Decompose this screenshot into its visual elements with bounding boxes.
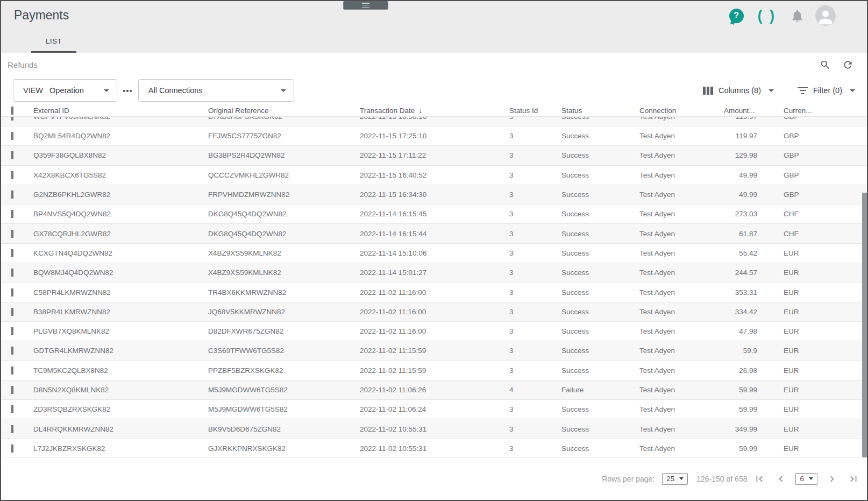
help-button[interactable]: ? bbox=[729, 9, 744, 23]
select-all-checkbox[interactable] bbox=[11, 107, 13, 115]
table-row[interactable]: BQW8MJ4Q4DQ2WN82 X4BZ9XS59KMLNK82 2022-1… bbox=[1, 263, 867, 283]
row-checkbox[interactable] bbox=[11, 347, 13, 355]
row-checkbox[interactable] bbox=[11, 230, 13, 238]
filter-toolbar: VIEW Operation ••• All Connections Colum… bbox=[1, 76, 867, 104]
tab-list[interactable]: LIST bbox=[31, 29, 76, 53]
cell-currency: CHF bbox=[758, 210, 867, 218]
cell-external-id: L7J2JKBZRXSKGK82 bbox=[31, 444, 206, 453]
columns-label: Columns (8) bbox=[718, 86, 761, 95]
column-header-original-reference[interactable]: Original Reference bbox=[206, 107, 358, 115]
notifications-button[interactable] bbox=[790, 9, 805, 23]
search-button[interactable] bbox=[817, 57, 833, 72]
columns-button[interactable]: Columns (8) bbox=[703, 86, 774, 95]
cell-external-id: BQW8MJ4Q4DQ2WN82 bbox=[31, 269, 206, 277]
refresh-button[interactable] bbox=[840, 57, 855, 72]
row-checkbox[interactable] bbox=[11, 210, 13, 218]
row-checkbox[interactable] bbox=[11, 151, 13, 159]
table-row[interactable]: ZD3RSQBZRXSKGK82 M5J9MGDWW6TG5S82 2022-1… bbox=[1, 400, 867, 419]
table-row[interactable]: B38PR4LKMRWZNN82 JQ68V5KKMRWZNN82 2022-1… bbox=[1, 302, 867, 322]
user-avatar[interactable] bbox=[815, 5, 836, 26]
row-checkbox[interactable] bbox=[11, 425, 13, 433]
tab-active-indicator bbox=[31, 51, 76, 53]
cell-original-reference: QCCCZVMKHL2GWR82 bbox=[206, 171, 358, 179]
cell-currency: EUR bbox=[758, 308, 867, 316]
cell-status-id: 3 bbox=[507, 308, 559, 316]
table-row[interactable]: D8N5N2XQ8KMLNK82 M5J9MGDWW6TG5S82 2022-1… bbox=[1, 380, 867, 400]
cell-status-id: 3 bbox=[507, 249, 559, 257]
cell-status-id: 3 bbox=[507, 117, 559, 121]
page-select[interactable]: 6 bbox=[795, 473, 817, 485]
cell-currency: GBP bbox=[758, 132, 867, 140]
row-checkbox[interactable] bbox=[11, 117, 13, 121]
column-header-transaction-date[interactable]: Transaction Date ↓ bbox=[358, 106, 507, 115]
cell-amount: 119.97 bbox=[715, 117, 758, 121]
chevron-right-icon bbox=[826, 473, 838, 485]
row-checkbox[interactable] bbox=[11, 366, 13, 375]
row-checkbox[interactable] bbox=[11, 308, 13, 316]
cell-external-id: WGFVTFV69KMLNK82 bbox=[31, 117, 206, 121]
cell-original-reference: M5J9MGDWW6TG5S82 bbox=[206, 405, 358, 413]
row-checkbox[interactable] bbox=[11, 444, 13, 453]
table-row[interactable]: PLGVB7XQ8KMLNK82 D82DFXWR675ZGN82 2022-1… bbox=[1, 322, 867, 341]
connections-select[interactable]: All Connections bbox=[138, 79, 294, 102]
drawer-handle[interactable] bbox=[343, 1, 388, 10]
table-row[interactable]: KCXGTN4Q4DQ2WN82 X4BZ9XS59KMLNK82 2022-1… bbox=[1, 244, 867, 263]
rows-per-page-select[interactable]: 25 bbox=[662, 473, 688, 485]
table-row[interactable]: X42X8KBCX6TG5S82 QCCCZVMKHL2GWR82 2022-1… bbox=[1, 166, 867, 185]
cell-status: Success bbox=[559, 230, 637, 238]
next-page-button[interactable] bbox=[825, 472, 839, 486]
cell-connection: Test Adyen bbox=[637, 132, 715, 140]
row-checkbox[interactable] bbox=[11, 386, 13, 394]
cell-original-reference: TR4BX6KKMRWZNN82 bbox=[206, 288, 358, 297]
column-header-currency[interactable]: Curren... bbox=[758, 107, 867, 115]
cell-currency: EUR bbox=[758, 366, 867, 375]
view-select-prefix: VIEW bbox=[23, 86, 43, 95]
cell-connection: Test Adyen bbox=[637, 308, 715, 316]
chevron-down-icon bbox=[769, 89, 774, 92]
table-row[interactable]: GDTGR4LKMRWZNN82 C3S69TFWW6TG5S82 2022-1… bbox=[1, 341, 867, 361]
cell-connection: Test Adyen bbox=[637, 249, 715, 257]
table-row[interactable]: DL4RRQKKMRWZNN82 BK9V5D6D675ZGN82 2022-1… bbox=[1, 419, 867, 439]
cell-external-id: GX78CQRJHL2GWR82 bbox=[31, 230, 206, 238]
row-checkbox[interactable] bbox=[11, 190, 13, 199]
row-checkbox[interactable] bbox=[11, 132, 13, 140]
table-row[interactable]: TC9M5KC2QLBX8N82 PPZBF5BZRXSKGK82 2022-1… bbox=[1, 361, 867, 380]
previous-page-button[interactable] bbox=[774, 472, 788, 486]
column-header-amount[interactable]: Amount... bbox=[715, 107, 758, 115]
view-select[interactable]: VIEW Operation bbox=[13, 79, 117, 102]
vertical-scrollbar[interactable] bbox=[862, 193, 867, 457]
cell-connection: Test Adyen bbox=[637, 171, 715, 179]
cell-amount: 55.42 bbox=[715, 249, 758, 257]
cell-currency: EUR bbox=[758, 249, 867, 257]
last-page-button[interactable] bbox=[846, 472, 860, 486]
table-row[interactable]: G2NZB6PKHL2GWR82 FRPVHMDZMRWZNN82 2022-1… bbox=[1, 185, 867, 204]
cell-status-id: 3 bbox=[507, 171, 559, 179]
cell-external-id: D8N5N2XQ8KMLNK82 bbox=[31, 386, 206, 394]
filter-button[interactable]: Filter (0) bbox=[798, 86, 855, 95]
row-checkbox[interactable] bbox=[11, 269, 13, 277]
table-row[interactable]: Q359F38GQLBX8N82 BG38PS2R4DQ2WN82 2022-1… bbox=[1, 146, 867, 165]
more-options-button[interactable]: ••• bbox=[123, 86, 133, 95]
row-checkbox[interactable] bbox=[11, 249, 13, 257]
cell-transaction-date: 2022-11-02 10:55:31 bbox=[358, 444, 507, 453]
table-row[interactable]: C58PR4LKMRWZNN82 TR4BX6KKMRWZNN82 2022-1… bbox=[1, 283, 867, 302]
column-header-external-id[interactable]: External ID bbox=[31, 107, 206, 115]
cell-connection: Test Adyen bbox=[637, 288, 715, 297]
first-page-button[interactable] bbox=[752, 472, 766, 486]
cell-amount: 47.98 bbox=[715, 327, 758, 335]
table-row[interactable]: L7J2JKBZRXSKGK82 GJXRKKPNRXSKGK82 2022-1… bbox=[1, 439, 867, 454]
column-header-connection[interactable]: Connection bbox=[637, 107, 715, 115]
row-checkbox[interactable] bbox=[11, 288, 13, 297]
column-header-status-id[interactable]: Status Id bbox=[507, 107, 559, 115]
table-row[interactable]: WGFVTFV69KMLNK82 B7XB6H6FSXSKGK82 2022-1… bbox=[1, 117, 867, 126]
column-header-status[interactable]: Status bbox=[559, 107, 637, 115]
pagination-bar: Rows per page: 25 126-150 of 658 6 bbox=[1, 457, 867, 500]
row-checkbox[interactable] bbox=[11, 405, 13, 413]
row-checkbox[interactable] bbox=[11, 327, 13, 335]
row-checkbox[interactable] bbox=[11, 171, 13, 179]
table-row[interactable]: BQ2ML54R4DQ2WN82 FFJW5CS7775ZGN82 2022-1… bbox=[1, 126, 867, 146]
cell-original-reference: C3S69TFWW6TG5S82 bbox=[206, 347, 358, 355]
table-row[interactable]: GX78CQRJHL2GWR82 DKG8Q45Q4DQ2WN82 2022-1… bbox=[1, 224, 867, 243]
cell-amount: 349.99 bbox=[715, 425, 758, 433]
table-row[interactable]: BP4NVS5Q4DQ2WN82 DKG8Q45Q4DQ2WN82 2022-1… bbox=[1, 204, 867, 224]
